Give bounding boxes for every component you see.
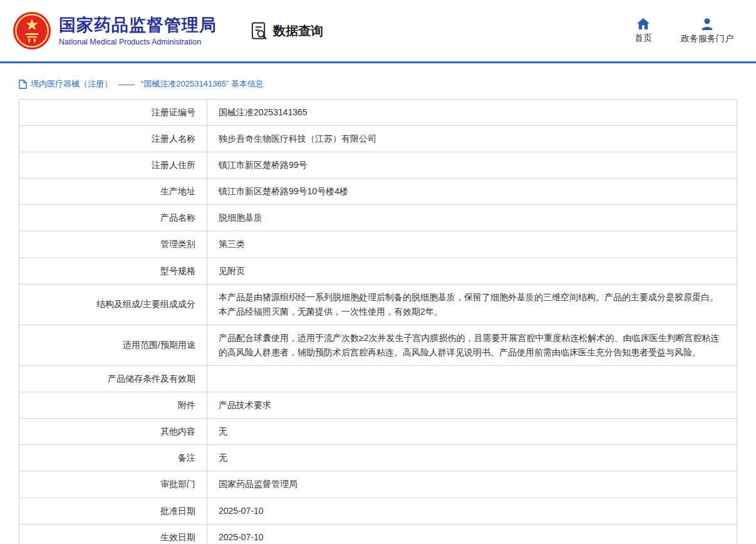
table-row: 生产地址镇江市新区楚桥路99号10号楼4楼 [19,179,737,205]
table-row: 注册人名称独步吾奇生物医疗科技（江苏）有限公司 [19,126,737,152]
row-value: 独步吾奇生物医疗科技（江苏）有限公司 [207,126,737,152]
row-label: 批准日期 [19,498,207,524]
row-value: 镇江市新区楚桥路99号 [207,152,737,179]
row-label: 生效日期 [19,524,207,544]
registration-info-table: 注册证编号国械注准20253141365注册人名称独步吾奇生物医疗科技（江苏）有… [19,99,737,544]
person-icon [700,18,714,31]
row-value [207,366,737,392]
nav-home[interactable]: 首页 [634,18,652,44]
table-row: 注册人住所镇江市新区楚桥路99号 [19,152,737,179]
row-label: 结构及组成/主要组成成分 [19,284,207,325]
row-value: 国家药品监督管理局 [207,471,737,498]
row-label: 生产地址 [19,179,207,205]
row-value: 无 [207,419,737,445]
brand-text: 国家药品监督管理局 National Medical Products Admi… [59,15,217,46]
row-label: 产品名称 [19,205,207,231]
table-row: 注册证编号国械注准20253141365 [19,100,737,126]
content: 境内医疗器械（注册） —— “国械注准20253141365” 基本信息 注册证… [0,78,756,544]
table-row: 其他内容无 [19,419,737,445]
row-label: 管理类别 [19,231,207,258]
org-name-zh: 国家药品监督管理局 [59,15,217,36]
data-query-section: 数据查询 [251,21,323,40]
row-label: 注册人名称 [19,126,207,152]
row-value: 见附页 [207,258,737,284]
row-label: 附件 [19,392,207,419]
table-row: 附件产品技术要求 [19,392,737,419]
table-row: 适用范围/预期用途产品配合球囊使用，适用于流产次数≥2次并发生子宫内膜损伤的，且… [19,325,737,365]
row-label: 适用范围/预期用途 [19,325,207,365]
table-row: 生效日期2025-07-10 [19,524,737,544]
breadcrumb-category[interactable]: 境内医疗器械（注册） [31,78,112,90]
row-label: 产品储存条件及有效期 [19,366,207,392]
document-icon [19,80,27,89]
top-nav: 首页 政务服务门户 [634,18,738,44]
row-label: 注册证编号 [19,100,207,126]
row-value: 第三类 [207,231,737,258]
row-label: 备注 [19,445,207,471]
document-search-icon [251,21,268,40]
header: 国家药品监督管理局 National Medical Products Admi… [0,0,756,63]
home-icon [636,18,650,30]
row-value: 本产品是由猪源组织经一系列脱细胞处理后制备的脱细胞基质，保留了细胞外基质的三维空… [207,284,737,325]
row-value: 脱细胞基质 [207,205,737,231]
row-value: 产品配合球囊使用，适用于流产次数≥2次并发生子宫内膜损伤的，且需要开展宫腔中重度… [207,325,737,365]
nav-portal-label: 政务服务门户 [681,33,733,44]
row-label: 审批部门 [19,471,207,498]
row-value: 国械注准20253141365 [207,100,737,126]
table-row: 管理类别第三类 [19,231,737,258]
page: 国家药品监督管理局 National Medical Products Admi… [0,0,756,544]
row-label: 型号规格 [19,258,207,284]
nav-portal[interactable]: 政务服务门户 [681,18,733,44]
row-label: 其他内容 [19,419,207,445]
data-query-label: 数据查询 [273,23,323,39]
brand[interactable]: 国家药品监督管理局 National Medical Products Admi… [13,11,217,50]
row-value: 2025-07-10 [207,498,737,524]
breadcrumb-separator: —— [118,80,135,89]
table-row: 审批部门国家药品监督管理局 [19,471,737,498]
row-value: 产品技术要求 [207,392,737,419]
row-value: 镇江市新区楚桥路99号10号楼4楼 [207,179,737,205]
table-row: 备注无 [19,445,737,471]
row-value: 2025-07-10 [207,524,737,544]
table-row: 型号规格见附页 [19,258,737,284]
row-value: 无 [207,445,737,471]
table-row: 批准日期2025-07-10 [19,498,737,524]
breadcrumb: 境内医疗器械（注册） —— “国械注准20253141365” 基本信息 [19,78,737,90]
nav-home-label: 首页 [634,33,652,44]
breadcrumb-current: “国械注准20253141365” 基本信息 [141,78,264,90]
table-row: 产品储存条件及有效期 [19,366,737,392]
row-label: 注册人住所 [19,152,207,179]
table-row: 产品名称脱细胞基质 [19,205,737,231]
table-row: 结构及组成/主要组成成分本产品是由猪源组织经一系列脱细胞处理后制备的脱细胞基质，… [19,284,737,325]
nmpa-emblem-logo [13,11,51,50]
org-name-en: National Medical Products Administration [59,38,217,46]
